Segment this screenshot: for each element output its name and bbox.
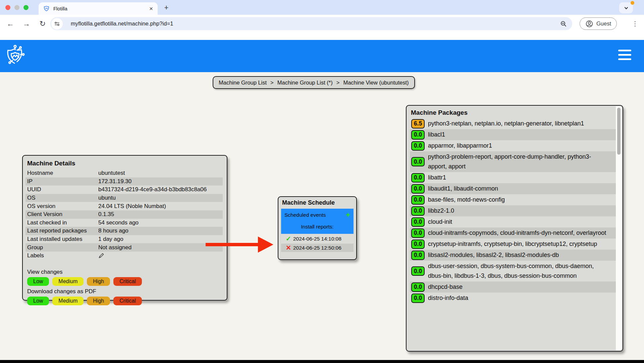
edit-labels-button[interactable] bbox=[98, 253, 223, 259]
red-arrow-shaft bbox=[206, 243, 259, 246]
red-arrow-head bbox=[258, 237, 273, 253]
view-changes-buttons: Low Medium High Critical bbox=[27, 277, 223, 286]
package-row[interactable]: 0.0 cloud-init bbox=[410, 216, 616, 227]
install-report-row[interactable]: ✕ 2024-06-25 12:50:06 bbox=[281, 244, 354, 252]
package-row[interactable]: 0.0 libattr1 bbox=[410, 172, 616, 183]
detail-row-os: OS ubuntu bbox=[25, 194, 223, 202]
profile-button[interactable]: Guest bbox=[580, 17, 617, 30]
package-row[interactable]: 0.0 dbus-user-session, dbus-system-bus-c… bbox=[410, 261, 616, 281]
breadcrumb-separator: > bbox=[336, 80, 340, 86]
package-row[interactable]: 0.0 distro-info-data bbox=[410, 293, 616, 304]
hamburger-menu-button[interactable] bbox=[618, 50, 631, 60]
package-row[interactable]: 0.0 apparmor, libapparmor1 bbox=[410, 140, 616, 151]
pencil-icon bbox=[98, 253, 104, 259]
site-info-button[interactable] bbox=[51, 18, 63, 30]
breadcrumb-item-machine-group-list-star[interactable]: Machine Group List (*) bbox=[277, 80, 333, 86]
hamburger-bar bbox=[618, 58, 631, 60]
download-changes-low-button[interactable]: Low bbox=[27, 297, 49, 305]
detail-value: 8 hours ago bbox=[98, 227, 223, 234]
window-chevron-button[interactable] bbox=[619, 2, 633, 13]
traffic-light-maximize[interactable] bbox=[23, 5, 29, 10]
package-names: cryptsetup-initramfs, cryptsetup-bin, li… bbox=[428, 239, 607, 249]
notification-dot bbox=[631, 1, 634, 5]
package-row[interactable]: 0.0 base-files, motd-news-config bbox=[410, 194, 616, 205]
package-names: base-files, motd-news-config bbox=[428, 195, 515, 205]
breadcrumb-item-machine-group-list[interactable]: Machine Group List bbox=[219, 80, 267, 86]
machine-details-panel: Machine Details Hostname ubuntutest IP 1… bbox=[22, 155, 227, 301]
detail-row-hostname: Hostname ubuntutest bbox=[25, 169, 223, 177]
back-button[interactable]: ← bbox=[5, 19, 16, 28]
add-scheduled-event-button[interactable]: + bbox=[346, 211, 350, 219]
check-icon: ✓ bbox=[286, 236, 291, 242]
browser-tab[interactable]: Flotilla × bbox=[39, 2, 158, 15]
favicon-shield-icon bbox=[43, 5, 50, 12]
scheduled-events-label: Scheduled events bbox=[284, 212, 326, 218]
package-score-badge: 0.0 bbox=[411, 282, 425, 292]
package-score-badge: 0.0 bbox=[411, 294, 425, 303]
install-reports-label: Install reports: bbox=[284, 224, 350, 230]
detail-row-uuid: UUID b4317324-d219-4ce9-a34d-b3bdb83c8a0… bbox=[25, 186, 223, 194]
detail-row-group: Group Not assigned bbox=[25, 243, 223, 252]
detail-label: Last checked in bbox=[27, 219, 98, 226]
install-report-row[interactable]: ✓ 2024-06-25 14:10:08 bbox=[281, 235, 354, 243]
view-changes-critical-button[interactable]: Critical bbox=[113, 277, 142, 286]
tab-strip: Flotilla × + bbox=[0, 0, 644, 15]
breadcrumb-separator: > bbox=[270, 80, 274, 86]
profile-label: Guest bbox=[596, 20, 611, 27]
detail-label: Last reported packages bbox=[27, 227, 98, 234]
traffic-light-close[interactable] bbox=[5, 5, 10, 10]
window-bottom-edge bbox=[0, 360, 644, 363]
red-arrow bbox=[206, 237, 273, 253]
package-row[interactable]: 0.0 libbz2-1.0 bbox=[410, 205, 616, 216]
machine-packages-panel: Machine Packages 6.5 python3-netplan, ne… bbox=[406, 105, 623, 352]
new-tab-button[interactable]: + bbox=[162, 3, 171, 12]
package-row[interactable]: 0.0 libsasl2-modules, libsasl2-2, libsas… bbox=[410, 250, 616, 261]
zoom-page-button[interactable] bbox=[560, 20, 567, 27]
package-score-badge: 6.5 bbox=[411, 119, 425, 128]
detail-label: UUID bbox=[27, 186, 98, 193]
package-row[interactable]: 0.0 libaudit1, libaudit-common bbox=[410, 183, 616, 194]
traffic-light-minimize[interactable] bbox=[14, 5, 19, 10]
package-names: libaudit1, libaudit-common bbox=[428, 184, 508, 194]
detail-label: Hostname bbox=[27, 170, 98, 176]
package-names: cloud-initramfs-copymods, cloud-initramf… bbox=[428, 228, 616, 238]
download-changes-medium-button[interactable]: Medium bbox=[52, 297, 84, 305]
package-row[interactable]: 0.0 cloud-initramfs-copymods, cloud-init… bbox=[410, 227, 616, 239]
browser-menu-button[interactable]: ⋮ bbox=[632, 15, 638, 33]
detail-value: 24.04 LTS (Noble Numbat) bbox=[98, 203, 223, 210]
tab-close-icon[interactable]: × bbox=[149, 5, 153, 12]
breadcrumb-item-machine-view[interactable]: Machine View (ubuntutest) bbox=[343, 80, 409, 86]
package-row[interactable]: 0.0 python3-problem-report, apport-core-… bbox=[410, 151, 616, 172]
packages-scrollbar-thumb[interactable] bbox=[617, 108, 621, 155]
changes-section: View changes Low Medium High Critical Do… bbox=[25, 269, 223, 305]
package-names: libattr1 bbox=[428, 173, 456, 183]
forward-button[interactable]: → bbox=[21, 19, 32, 28]
cross-icon: ✕ bbox=[286, 245, 291, 251]
browser-window: Flotilla × + ← → ↻ myflotilla.getfl bbox=[0, 0, 644, 363]
download-changes-high-button[interactable]: High bbox=[87, 297, 110, 305]
tune-icon bbox=[54, 21, 60, 27]
detail-value: 172.31.19.30 bbox=[98, 178, 223, 185]
app-header bbox=[0, 40, 644, 72]
download-changes-label: Download changes as PDF bbox=[27, 288, 223, 295]
machine-schedule-panel: Machine Schedule Scheduled events + Inst… bbox=[278, 196, 357, 260]
download-changes-critical-button[interactable]: Critical bbox=[113, 297, 142, 305]
detail-label: OS bbox=[27, 195, 98, 201]
view-changes-low-button[interactable]: Low bbox=[27, 277, 49, 286]
reload-button[interactable]: ↻ bbox=[37, 19, 48, 28]
package-row[interactable]: 6.5 python3-netplan, netplan.io, netplan… bbox=[410, 118, 616, 129]
url-bar[interactable]: myflotilla.getflotilla.net/machine.php?i… bbox=[50, 17, 572, 30]
view-changes-medium-button[interactable]: Medium bbox=[52, 277, 84, 286]
detail-label: Labels bbox=[27, 252, 98, 259]
flotilla-logo[interactable] bbox=[5, 44, 25, 69]
detail-value: Not assigned bbox=[98, 244, 223, 251]
packages-scrollbar-track[interactable] bbox=[616, 106, 622, 350]
package-score-badge: 0.0 bbox=[411, 266, 425, 276]
package-row[interactable]: 0.0 dhcpcd-base bbox=[410, 281, 616, 293]
view-changes-high-button[interactable]: High bbox=[87, 277, 110, 286]
detail-label: Group bbox=[27, 244, 98, 251]
package-row[interactable]: 0.0 cryptsetup-initramfs, cryptsetup-bin… bbox=[410, 239, 616, 250]
package-names: python3-netplan, netplan.io, netplan-gen… bbox=[428, 119, 594, 128]
package-row[interactable]: 0.0 libacl1 bbox=[410, 129, 616, 140]
package-names: cloud-init bbox=[428, 217, 462, 227]
